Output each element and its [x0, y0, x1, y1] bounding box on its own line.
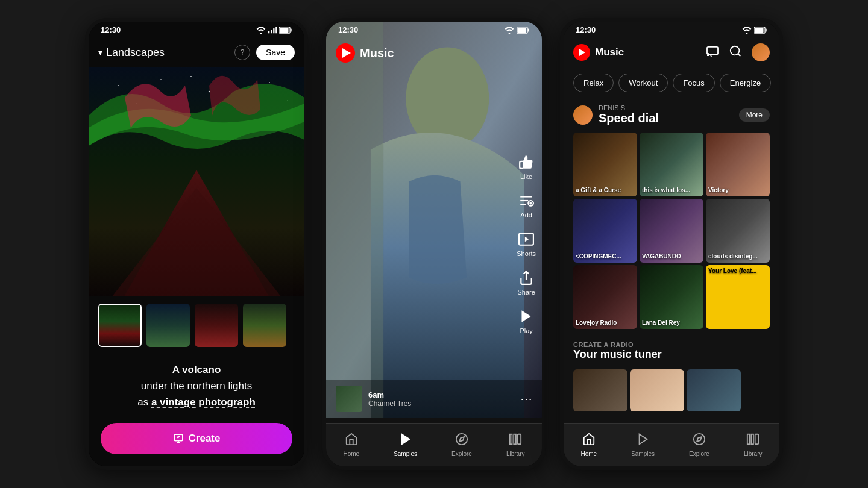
battery-icon-3: [754, 27, 767, 34]
create-button[interactable]: Create: [101, 423, 292, 454]
play-button-icon: [518, 308, 534, 324]
side-actions: Like Add Shorts Share: [517, 154, 536, 334]
nav-library-label-2: Library: [506, 451, 525, 457]
signal-icon: [268, 27, 277, 34]
add-action[interactable]: Add: [518, 192, 535, 219]
np-more-button[interactable]: ⋯: [520, 392, 532, 406]
nav-library-2[interactable]: Library: [506, 433, 525, 457]
share-action[interactable]: Share: [517, 269, 535, 296]
mood-energize[interactable]: Energize: [720, 74, 771, 92]
grid-label-3: Victory: [708, 187, 729, 194]
grid-thumb-4: <COPINGMEC...: [573, 199, 637, 263]
nav-home-2[interactable]: Home: [343, 433, 359, 457]
shorts-icon: [518, 231, 535, 248]
play-action[interactable]: Play: [518, 308, 535, 334]
nav-library-3[interactable]: Library: [744, 433, 763, 457]
section-meta: DENIS S Speed dial: [599, 104, 659, 125]
grid-item-2[interactable]: this is what los...: [640, 133, 703, 196]
nav-explore-2[interactable]: Explore: [451, 433, 472, 457]
header-title: Landscapes: [106, 46, 165, 59]
nav-samples-2[interactable]: Samples: [394, 433, 417, 457]
shorts-action[interactable]: Shorts: [517, 231, 536, 257]
grid-thumb-1: a Gift & a Curse: [573, 133, 637, 196]
save-button[interactable]: Save: [256, 45, 295, 60]
video-frame: [326, 22, 542, 418]
np-left: 6am Channel Tres: [336, 386, 411, 412]
grid-label-2: this is what los...: [642, 187, 690, 194]
section-left: DENIS S Speed dial: [573, 104, 659, 125]
grid-item-4[interactable]: <COPINGMEC...: [573, 199, 637, 263]
phone-1-ai-image: 12:30 ▾ Landscapes ? Save: [85, 18, 308, 470]
header-right: ? Save: [234, 45, 295, 60]
grid-thumb-2: this is what los...: [640, 133, 703, 196]
nav-samples-label-3: Samples: [631, 451, 655, 457]
help-button[interactable]: ?: [234, 45, 250, 60]
nav-explore-3[interactable]: Explore: [689, 433, 709, 457]
grid-item-1[interactable]: a Gift & a Curse: [573, 133, 637, 196]
cast-icon[interactable]: [706, 46, 719, 60]
mood-chips: Relax Workout Focus Energize: [564, 69, 779, 99]
mood-workout[interactable]: Workout: [618, 74, 668, 92]
thumbnail-4[interactable]: [243, 304, 286, 347]
grid-item-8[interactable]: Lana Del Rey: [640, 265, 703, 329]
svg-point-9: [118, 85, 119, 86]
grid-thumb-8: Lana Del Rey: [640, 265, 703, 329]
svg-point-10: [160, 79, 162, 80]
search-icon[interactable]: [729, 45, 742, 61]
grid-label-6: clouds disinteg...: [708, 253, 758, 260]
library-icon-2: [509, 433, 522, 449]
svg-rect-38: [514, 434, 516, 445]
samples-icon-3: [637, 433, 650, 449]
grid-item-5[interactable]: VAGABUNDO: [640, 199, 703, 263]
like-action[interactable]: Like: [518, 154, 535, 180]
prompt-line2: under the northern lights: [141, 380, 252, 392]
header-left: ▾ Landscapes: [98, 46, 165, 59]
nav-home-label-3: Home: [580, 451, 597, 457]
add-playlist-icon: [518, 193, 534, 208]
yt-play-icon: [342, 48, 351, 58]
section-user: DENIS S: [599, 104, 659, 111]
grid-item-9[interactable]: Your Love (feat...: [706, 265, 770, 329]
now-playing-bar: 6am Channel Tres ⋯: [326, 380, 542, 418]
radio-thumb-1[interactable]: [573, 369, 627, 411]
explore-icon-2: [455, 433, 468, 449]
play-label: Play: [520, 327, 532, 334]
chevron-down-icon[interactable]: ▾: [98, 48, 102, 57]
svg-rect-51: [751, 434, 753, 445]
nav-samples-label-2: Samples: [394, 451, 417, 457]
radio-thumb-2[interactable]: [630, 369, 684, 411]
svg-rect-7: [291, 28, 292, 31]
grid-item-3[interactable]: Victory: [706, 133, 770, 196]
thumbnail-2[interactable]: [146, 304, 190, 347]
grid-item-7[interactable]: Lovejoy Radio: [573, 265, 637, 329]
nav-home-3[interactable]: Home: [580, 433, 597, 457]
svg-point-12: [269, 82, 270, 83]
more-button[interactable]: More: [739, 108, 770, 122]
grid-item-6[interactable]: clouds disinteg...: [706, 199, 770, 263]
thumbnail-1[interactable]: [98, 304, 142, 347]
thumbnail-3[interactable]: [195, 304, 238, 347]
bottom-nav-3: Home Samples Explore Library: [564, 423, 779, 466]
grid-thumb-9: Your Love (feat...: [706, 265, 770, 329]
np-thumbnail: [336, 386, 362, 412]
status-time-3: 12:30: [576, 25, 596, 34]
status-bar-1: 12:30: [89, 22, 304, 38]
status-bar-2: 12:30: [326, 22, 542, 38]
mood-relax[interactable]: Relax: [573, 74, 614, 92]
svg-line-46: [738, 54, 740, 56]
nav-samples-3[interactable]: Samples: [631, 433, 655, 457]
mood-focus[interactable]: Focus: [673, 74, 714, 92]
status-icons-2: [505, 27, 530, 34]
grid-thumb-3: Victory: [706, 133, 770, 196]
svg-marker-36: [459, 437, 464, 442]
add-label: Add: [520, 211, 532, 219]
speed-dial-grid: a Gift & a Curse this is what los... Vic…: [564, 128, 779, 334]
nav-explore-label-3: Explore: [689, 451, 709, 457]
yt-play-sm: [579, 49, 585, 56]
nav-explore-label-2: Explore: [451, 451, 472, 457]
user-avatar-header[interactable]: [752, 43, 770, 61]
radio-thumb-3[interactable]: [687, 369, 741, 411]
svg-rect-52: [755, 434, 759, 445]
svg-rect-50: [747, 434, 750, 445]
svg-point-45: [731, 46, 740, 55]
